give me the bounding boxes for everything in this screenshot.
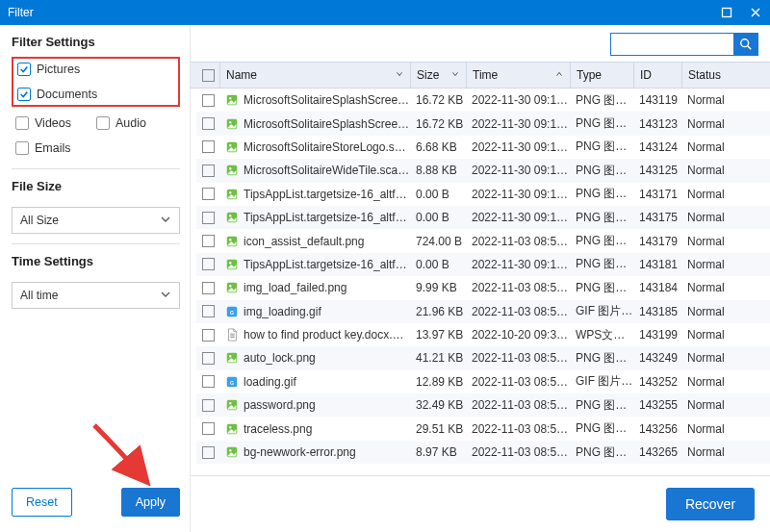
file-type: PNG 图片文 [570,280,633,296]
sort-down-icon [395,68,404,82]
row-checkbox[interactable] [202,235,215,247]
column-header-status[interactable]: Status [681,63,737,88]
row-checkbox[interactable] [202,165,215,177]
row-checkbox[interactable] [202,188,215,200]
table-row[interactable]: traceless.png29.51 KB2022-11-03 08:58:18… [196,417,770,440]
file-type: PNG 图片文 [570,210,633,226]
file-name: password.png [244,398,316,412]
row-checkbox[interactable] [202,94,215,107]
table-row[interactable]: TipsAppList.targetsize-16_altform-lightu… [196,206,770,229]
file-size: 6.68 KB [410,140,466,154]
file-name: bg-newwork-error.png [244,445,356,459]
row-checkbox[interactable] [202,305,215,317]
button-label: Recover [685,496,735,512]
column-header-time[interactable]: Time [466,63,570,88]
column-header-type[interactable]: Type [570,63,633,88]
file-type: PNG 图片文 [570,186,633,202]
file-size: 0.00 B [410,211,466,224]
file-type-icon [225,188,239,201]
file-status: Normal [681,258,737,271]
search-input[interactable] [610,33,733,56]
column-label: Time [473,68,498,82]
file-type: PNG 图片文 [570,256,633,272]
file-size: 0.00 B [410,188,466,201]
filter-sidebar: Filter Settings Pictures Documents Video… [0,25,191,532]
table-row[interactable]: img_loading.gif21.96 KB2022-11-03 08:58:… [196,300,770,323]
row-checkbox[interactable] [202,258,215,270]
column-label: Size [417,68,439,82]
search-button[interactable] [733,33,758,56]
file-name: MicrosoftSolitaireSplashScreen.scale-100 [244,93,410,107]
table-row[interactable]: loading.gif12.89 KB2022-11-03 08:58:18GI… [196,370,770,393]
column-label: Status [688,68,721,82]
file-type-icon [225,375,239,389]
file-id: 143124 [633,140,681,154]
sort-up-icon [554,68,564,82]
table-row[interactable]: password.png32.49 KB2022-11-03 08:58:18P… [196,393,770,417]
titlebar: Filter [0,0,770,25]
row-checkbox[interactable] [202,399,215,412]
file-list: MicrosoftSolitaireSplashScreen.scale-100… [191,89,770,475]
row-checkbox[interactable] [202,282,215,294]
time-settings-dropdown[interactable]: All time [12,282,180,309]
file-time: 2022-10-20 09:37:16 [466,328,570,342]
row-checkbox[interactable] [202,422,215,435]
recover-button[interactable]: Recover [666,488,755,520]
table-row[interactable]: how to find product key.docx.41AA8D4013.… [196,323,770,346]
table-row[interactable]: TipsAppList.targetsize-16_altform-lightu… [196,253,770,276]
checkbox-videos[interactable]: Videos [15,116,71,130]
checkbox-box-icon [15,141,29,155]
column-header-id[interactable]: ID [633,63,681,88]
file-type-icon [225,235,239,248]
checkbox-emails[interactable]: Emails [15,141,71,155]
annotation-arrow-icon [89,419,166,499]
column-header-size[interactable]: Size [410,63,466,88]
row-checkbox[interactable] [202,140,215,153]
file-status: Normal [681,281,737,294]
file-time: 2022-11-03 08:58:18 [466,422,570,436]
search-icon [739,38,753,51]
file-time: 2022-11-03 08:58:18 [466,305,570,318]
file-status: Normal [681,235,737,248]
row-checkbox[interactable] [202,446,215,459]
file-size-dropdown[interactable]: All Size [12,207,180,234]
maximize-button[interactable] [712,0,741,25]
reset-button[interactable]: Reset [12,488,72,517]
file-type: PNG 图片文 [570,233,633,249]
table-row[interactable]: MicrosoftSolitaireWideTile.scale-100.png… [196,159,770,182]
table-row[interactable]: TipsAppList.targetsize-16_altform-lightu… [196,183,770,206]
file-size: 41.21 KB [410,351,466,365]
table-row[interactable]: MicrosoftSolitaireStoreLogo.scale-100.p6… [196,136,770,159]
row-checkbox[interactable] [202,375,215,388]
file-id: 143184 [633,281,681,294]
row-checkbox[interactable] [202,117,215,130]
check-icon [17,88,31,101]
column-header-name[interactable]: Name [219,63,410,88]
checkbox-label: Audio [116,116,146,130]
checkbox-label: Videos [35,116,71,130]
checkbox-audio[interactable]: Audio [96,116,146,130]
table-row[interactable]: icon_assist_default.png724.00 B2022-11-0… [196,229,770,252]
file-time: 2022-11-03 08:58:18 [466,235,570,248]
checkbox-pictures[interactable]: Pictures [17,63,80,76]
table-row[interactable]: bg-newwork-error.png8.97 KB2022-11-03 08… [196,441,770,464]
column-label: Type [577,68,602,82]
file-name: MicrosoftSolitaireStoreLogo.scale-100.p [244,140,410,154]
row-checkbox[interactable] [202,212,215,224]
file-time: 2022-11-03 08:58:18 [466,281,570,294]
row-checkbox[interactable] [202,352,215,365]
file-type: PNG 图片文 [570,139,633,155]
file-id: 143256 [633,422,681,436]
column-header-select[interactable] [196,63,219,88]
file-time: 2022-11-30 09:17:54 [466,164,570,177]
table-row[interactable]: img_load_failed.png9.99 KB2022-11-03 08:… [196,276,770,299]
row-checkbox[interactable] [202,329,215,342]
file-name: img_loading.gif [244,305,321,318]
file-time: 2022-11-30 09:17:49 [466,211,570,224]
checkbox-documents[interactable]: Documents [17,88,97,101]
table-row[interactable]: MicrosoftSolitaireSplashScreen.scale-100… [196,112,770,135]
close-button[interactable] [741,0,770,25]
file-status: Normal [681,445,737,459]
table-row[interactable]: auto_lock.png41.21 KB2022-11-03 08:58:18… [196,346,770,369]
table-row[interactable]: MicrosoftSolitaireSplashScreen.scale-100… [196,89,770,112]
